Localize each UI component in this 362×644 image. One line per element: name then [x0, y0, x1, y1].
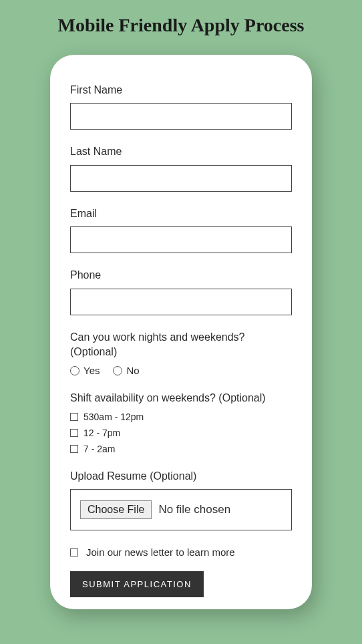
shift-option-1[interactable]: 530am - 12pm — [70, 412, 292, 422]
shift-availability-label: Shift availability on weekends? (Optiona… — [70, 391, 292, 406]
shift-availability-group: Shift availability on weekends? (Optiona… — [70, 391, 292, 454]
nights-weekends-yes[interactable]: Yes — [70, 365, 100, 376]
radio-icon — [70, 366, 79, 375]
email-input[interactable] — [70, 226, 292, 253]
first-name-input[interactable] — [70, 103, 292, 130]
first-name-label: First Name — [70, 83, 292, 98]
radio-yes-label: Yes — [83, 365, 100, 376]
checkbox-icon — [70, 445, 78, 453]
nights-weekends-label: Can you work nights and weekends? (Optio… — [70, 330, 292, 360]
checkbox-icon — [70, 413, 78, 421]
newsletter-label: Join our news letter to learn more — [86, 546, 235, 558]
newsletter-checkbox-row[interactable]: Join our news letter to learn more — [70, 546, 292, 558]
choose-file-button[interactable]: Choose File — [80, 500, 152, 519]
file-upload-box: Choose File No file chosen — [70, 489, 292, 530]
phone-mockup: First Name Last Name Email Phone Can you… — [50, 55, 312, 609]
page-title: Mobile Friendly Apply Process — [0, 0, 362, 43]
nights-weekends-no[interactable]: No — [113, 365, 139, 376]
email-label: Email — [70, 206, 292, 221]
last-name-input[interactable] — [70, 165, 292, 192]
shift-slot2-label: 12 - 7pm — [83, 428, 120, 438]
email-group: Email — [70, 206, 292, 253]
shift-option-3[interactable]: 7 - 2am — [70, 444, 292, 454]
last-name-label: Last Name — [70, 144, 292, 159]
radio-icon — [113, 366, 122, 375]
shift-slot3-label: 7 - 2am — [83, 444, 115, 454]
radio-no-label: No — [126, 365, 139, 376]
phone-input[interactable] — [70, 289, 292, 315]
submit-button[interactable]: SUBMIT APPLICATION — [70, 571, 204, 597]
nights-weekends-group: Can you work nights and weekends? (Optio… — [70, 330, 292, 377]
checkbox-icon — [70, 429, 78, 437]
phone-group: Phone — [70, 268, 292, 315]
last-name-group: Last Name — [70, 144, 292, 191]
shift-slot1-label: 530am - 12pm — [83, 412, 144, 422]
nights-weekends-options: Yes No — [70, 365, 292, 376]
upload-resume-group: Upload Resume (Optional) Choose File No … — [70, 469, 292, 530]
checkbox-icon — [70, 548, 78, 556]
phone-label: Phone — [70, 268, 292, 283]
upload-resume-label: Upload Resume (Optional) — [70, 469, 292, 484]
file-status-text: No file chosen — [158, 503, 230, 516]
first-name-group: First Name — [70, 83, 292, 130]
shift-options-list: 530am - 12pm 12 - 7pm 7 - 2am — [70, 412, 292, 454]
shift-option-2[interactable]: 12 - 7pm — [70, 428, 292, 438]
